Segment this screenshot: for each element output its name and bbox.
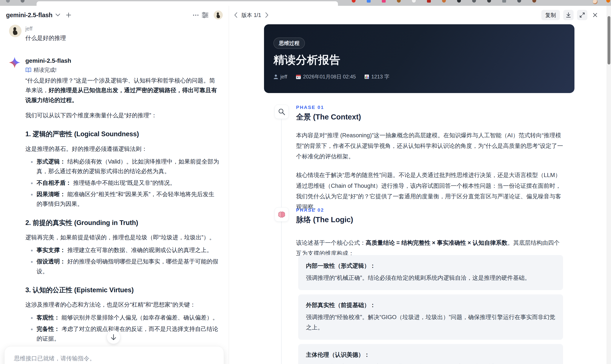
fullscreen-button[interactable] xyxy=(577,10,587,20)
list-item: 客观性：能够识别并尽量排除个人偏见（如幸存者偏差、确认偏差）。 xyxy=(25,313,219,323)
list-item: 形式逻辑：结构必须有效（Valid）。比如演绎推理中，如果前提全部为真，那么通过… xyxy=(25,157,219,176)
copy-button[interactable]: 复制 xyxy=(541,10,560,20)
version-label: 版本 1/1 xyxy=(241,12,261,19)
brain-icon xyxy=(275,207,289,221)
assistant-status: 精读完成! xyxy=(25,66,56,74)
user-avatar[interactable] xyxy=(214,11,223,20)
extension-icon[interactable] xyxy=(21,0,25,3)
intro-paragraph: “什么是好的推理？”这是一个涉及逻辑学、认知科学和哲学核心的问题。简单来说，好的… xyxy=(25,76,219,105)
phase-section-1: PHASE 01 全景 (The Context) 本内容是对“推理 (Reas… xyxy=(275,105,580,212)
chat-header: gemini-2.5-flash xyxy=(0,6,229,24)
chat-panel: gemini-2.5-flash xyxy=(0,6,229,364)
app-window: gemini-2.5-flash xyxy=(0,0,611,364)
extension-icon[interactable] xyxy=(502,0,506,3)
browser-profile-avatar[interactable] xyxy=(593,0,598,4)
dimension-cards: 内部一致性（形式逻辑）： 强调推理的“机械正确”。结论必须在给定的规则系统内逻辑… xyxy=(298,255,563,364)
list-item: 不自相矛盾：推理链条中不能出现“既是又非”的情况。 xyxy=(25,178,219,188)
composer-placeholder[interactable]: 思维接口已就绪，请传输指令。 xyxy=(14,354,214,362)
extension-icon[interactable] xyxy=(472,0,476,3)
extension-icon[interactable] xyxy=(412,0,416,3)
list-item: 因果清晰：能准确区分“相关性”和“因果关系”，不会轻率地将先后发生的事情归为因果… xyxy=(25,190,219,209)
phase-paragraph: 核心情境在于解决“思考的随意性”问题。不论是人类通过批判性思维进行决策，还是大语… xyxy=(296,170,565,212)
extension-icon[interactable] xyxy=(367,0,371,3)
section-heading: 2. 前提的真实性 (Grounding in Truth) xyxy=(25,217,219,228)
bullet-list: 事实支撑：推理建立在可靠的数据、准确的观测或公认的真理之上。 假设透明：好的推理… xyxy=(25,245,219,276)
person-icon xyxy=(273,74,278,79)
browser-toolbar xyxy=(0,0,611,6)
section-heading: 3. 认知的公正性 (Epistemic Virtues) xyxy=(25,285,219,296)
section-desc: 这涉及推理者的心态和方法论，也是区分“杠精”和“思想家”的关键： xyxy=(25,300,219,310)
report-meta: jeff 2026年01月08日 02:45 1213 字 xyxy=(273,73,389,80)
download-button[interactable] xyxy=(563,10,574,20)
extension-icon[interactable] xyxy=(517,0,521,3)
user-avatar xyxy=(9,25,22,37)
report-datetime: 2026年01月08日 02:45 xyxy=(296,73,356,80)
phase-section-2: PHASE 02 脉络 (The Logic) 该论述基于一个核心公式：高质量结… xyxy=(275,207,580,259)
model-selector[interactable]: gemini-2.5-flash xyxy=(6,12,53,19)
report-badge: 思维过程 xyxy=(273,38,305,49)
report-title: 精读分析报告 xyxy=(273,53,341,67)
scrollbar[interactable] xyxy=(607,6,611,364)
phase-label: PHASE 02 xyxy=(296,207,565,213)
chevron-down-icon[interactable] xyxy=(55,13,60,16)
section-desc: 这是推理的基石。好的推理必须遵循逻辑法则： xyxy=(25,144,219,154)
extension-icon[interactable] xyxy=(487,0,491,3)
list-item: 完备性：考虑了对立的观点和潜在的反证，而不是只选择支持自己结论的证据。 xyxy=(25,324,219,344)
bar-chart-icon xyxy=(364,74,369,79)
list-item: 假设透明：好的推理会明确指明哪些是已知事实，哪些是基于可能的假设。 xyxy=(25,257,219,276)
user-message-text: 什么是好的推理 xyxy=(25,34,66,42)
scroll-to-bottom-button[interactable] xyxy=(107,330,120,344)
dimension-card: 主体伦理（认识美德）： 转向推理者的心理特征。引入奥卡姆剃刀和反向论证，旨在克服… xyxy=(298,344,563,364)
dimension-card: 外部真实性（前提基础）： 强调推理的“经验校准”。解决“GIGO（垃圾进，垃圾出… xyxy=(298,294,563,340)
new-chat-button[interactable] xyxy=(66,12,71,18)
message-composer[interactable]: 思维接口已就绪，请传输指令。 xyxy=(4,346,224,364)
settings-sliders-button[interactable] xyxy=(200,10,210,20)
browser-active-tab[interactable] xyxy=(37,1,338,6)
extension-icon[interactable] xyxy=(397,0,401,3)
phase-title: 全景 (The Context) xyxy=(296,112,565,122)
gemini-star-icon xyxy=(9,57,20,68)
close-icon[interactable] xyxy=(591,11,599,19)
report-word-count: 1213 字 xyxy=(364,73,389,80)
lead-paragraph: 我们可以从以下四个维度来衡量什么是“好的推理”： xyxy=(25,111,219,120)
extension-icon[interactable] xyxy=(6,0,10,3)
report-author: jeff xyxy=(273,74,287,80)
dimension-card: 内部一致性（形式逻辑）： 强调推理的“机械正确”。结论必须在给定的规则系统内逻辑… xyxy=(298,255,563,290)
phase-label: PHASE 01 xyxy=(296,105,565,110)
artifact-panel: 版本 1/1 复制 思维过程 xyxy=(229,6,607,364)
extension-icon[interactable] xyxy=(532,0,536,3)
extension-icon[interactable] xyxy=(427,0,431,3)
phase-paragraph: 本内容是对“推理 (Reasoning)”这一抽象概念的高层建模。在知识爆炸与人… xyxy=(296,130,565,162)
list-item: 事实支撑：推理建立在可靠的数据、准确的观测或公认的真理之上。 xyxy=(25,245,219,255)
book-icon xyxy=(25,67,31,73)
version-prev-button[interactable] xyxy=(234,12,238,18)
extension-icon[interactable] xyxy=(352,0,356,3)
magnifier-icon xyxy=(275,105,289,119)
extension-icon[interactable] xyxy=(457,0,461,3)
calendar-icon xyxy=(296,74,301,79)
more-options-button[interactable] xyxy=(191,10,200,20)
extension-icon[interactable] xyxy=(382,0,386,3)
phase-title: 脉络 (The Logic) xyxy=(296,215,565,225)
scrollbar-thumb[interactable] xyxy=(608,16,610,65)
message-author: jeff xyxy=(25,26,32,32)
report-header-card: 思维过程 精读分析报告 jeff 2026年01月08日 02:45 1213 … xyxy=(264,24,574,93)
assistant-message-body: “什么是好的推理？”这是一个涉及逻辑学、认知科学和哲学核心的问题。简单来说，好的… xyxy=(25,76,219,364)
bullet-list: 形式逻辑：结构必须有效（Valid）。比如演绎推理中，如果前提全部为真，那么通过… xyxy=(25,157,219,209)
extension-icon[interactable] xyxy=(442,0,446,3)
version-next-button[interactable] xyxy=(265,12,268,18)
artifact-toolbar: 版本 1/1 复制 xyxy=(229,6,607,24)
section-desc: 逻辑再完美，如果前提是错误的，推理也是垃圾（即“垃圾进，垃圾出”）。 xyxy=(25,233,219,242)
assistant-name: gemini-2.5-flash xyxy=(25,57,71,64)
extension-icon[interactable] xyxy=(606,0,610,3)
section-heading: 1. 逻辑的严密性 (Logical Soundness) xyxy=(25,129,219,140)
